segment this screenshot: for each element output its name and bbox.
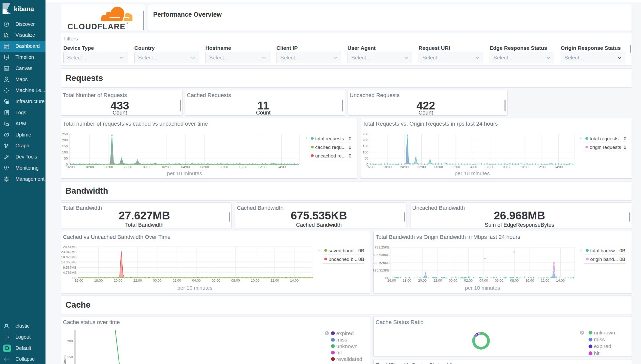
svg-text:4.768MB: 4.768MB: [63, 271, 77, 275]
svg-text:04:00: 04:00: [479, 279, 488, 282]
svg-text:20:00: 20:00: [104, 165, 113, 169]
svg-text:per 10 minutes: per 10 minutes: [167, 170, 202, 176]
svg-text:0: 0: [66, 163, 68, 166]
svg-text:585.938KB: 585.938KB: [373, 253, 390, 257]
svg-text:14:00: 14:00: [277, 165, 286, 169]
svg-text:10:00: 10:00: [525, 279, 534, 282]
svg-text:100: 100: [62, 150, 68, 154]
svg-text:›: ›: [318, 248, 320, 253]
svg-text:200: 200: [62, 138, 68, 142]
svg-text:9.537MB: 9.537MB: [63, 266, 77, 269]
svg-text:18:00: 18:00: [403, 279, 411, 282]
svg-text:14:00: 14:00: [554, 165, 563, 169]
svg-text:02:00: 02:00: [451, 165, 460, 169]
svg-text:390.625KB: 390.625KB: [373, 261, 390, 265]
svg-text:20:00: 20:00: [114, 279, 122, 282]
svg-text:14:00: 14:00: [556, 279, 565, 282]
svg-text:28.61MB: 28.61MB: [63, 245, 77, 249]
svg-text:Count: Count: [63, 355, 67, 364]
svg-text:18:00: 18:00: [85, 165, 94, 169]
svg-text:22:00: 22:00: [417, 165, 426, 169]
svg-text:19.073MB: 19.073MB: [61, 255, 77, 259]
svg-text:08:00: 08:00: [510, 279, 519, 282]
svg-text:14.305MB: 14.305MB: [61, 260, 77, 264]
svg-text:18:00: 18:00: [383, 165, 392, 169]
svg-text:04:00: 04:00: [192, 279, 201, 282]
svg-text:100: 100: [362, 150, 368, 154]
svg-text:22:00: 22:00: [133, 279, 142, 282]
svg-text:22:00: 22:00: [124, 165, 132, 169]
svg-text:00:00: 00:00: [434, 165, 443, 169]
svg-text:22:00: 22:00: [433, 279, 442, 282]
svg-text:12:00: 12:00: [258, 165, 267, 169]
svg-text:hit: hit: [594, 350, 600, 356]
svg-text:20:00: 20:00: [418, 279, 427, 282]
svg-text:200: 200: [67, 339, 73, 343]
svg-text:08:00: 08:00: [503, 165, 511, 169]
svg-text:›: ›: [580, 248, 582, 253]
svg-text:02:00: 02:00: [162, 165, 171, 169]
svg-text:250: 250: [362, 132, 368, 136]
svg-text:781.25KB: 781.25KB: [375, 245, 390, 249]
svg-text:02:00: 02:00: [172, 279, 181, 282]
svg-text:06:00: 06:00: [212, 279, 220, 282]
svg-text:0B: 0B: [385, 276, 390, 280]
svg-text:18:00: 18:00: [94, 279, 103, 282]
svg-text:250: 250: [62, 132, 68, 136]
svg-text:00:00: 00:00: [153, 279, 162, 282]
svg-text:12:00: 12:00: [270, 279, 279, 282]
svg-text:10:00: 10:00: [520, 165, 529, 169]
svg-text:23.842MB: 23.842MB: [61, 250, 77, 254]
svg-text:per 10 minutes: per 10 minutes: [177, 285, 213, 291]
svg-text:150: 150: [67, 355, 73, 359]
svg-text:hit: hit: [336, 350, 342, 355]
svg-text:10:00: 10:00: [239, 165, 247, 169]
svg-text:expired: expired: [336, 330, 354, 336]
svg-text:04:00: 04:00: [469, 165, 477, 169]
svg-text:08:00: 08:00: [231, 279, 240, 282]
svg-text:06:00: 06:00: [495, 279, 503, 282]
svg-text:per 10 minutes: per 10 minutes: [465, 285, 500, 291]
svg-text:02:00: 02:00: [464, 279, 473, 282]
svg-text:unknown: unknown: [594, 330, 615, 335]
svg-text:›: ›: [580, 135, 582, 140]
svg-text:revalidated: revalidated: [336, 356, 362, 362]
svg-text:per 10 minutes: per 10 minutes: [455, 170, 490, 176]
svg-text:06:00: 06:00: [200, 165, 209, 169]
svg-text:10:00: 10:00: [251, 279, 259, 282]
svg-text:00:00: 00:00: [143, 165, 151, 169]
svg-text:0: 0: [366, 163, 368, 166]
svg-text:150: 150: [62, 144, 68, 148]
svg-text:›: ›: [306, 135, 307, 140]
svg-text:200: 200: [362, 138, 368, 142]
svg-text:08:00: 08:00: [220, 165, 228, 169]
svg-text:unknown: unknown: [336, 343, 358, 349]
svg-text:20:00: 20:00: [400, 165, 409, 169]
svg-text:miss: miss: [336, 337, 347, 343]
svg-text:06:00: 06:00: [486, 165, 494, 169]
svg-text:50: 50: [364, 156, 368, 160]
svg-text:expired: expired: [594, 343, 611, 349]
svg-text:150: 150: [362, 144, 368, 148]
svg-text:12:00: 12:00: [537, 165, 546, 169]
svg-text:195.313KB: 195.313KB: [373, 268, 390, 272]
svg-text:00:00: 00:00: [449, 279, 457, 282]
svg-text:12:00: 12:00: [541, 279, 550, 282]
svg-text:04:00: 04:00: [181, 165, 190, 169]
svg-text:14:00: 14:00: [290, 279, 299, 282]
svg-text:0B: 0B: [72, 276, 77, 280]
svg-text:50: 50: [64, 156, 68, 160]
svg-text:miss: miss: [594, 336, 605, 342]
